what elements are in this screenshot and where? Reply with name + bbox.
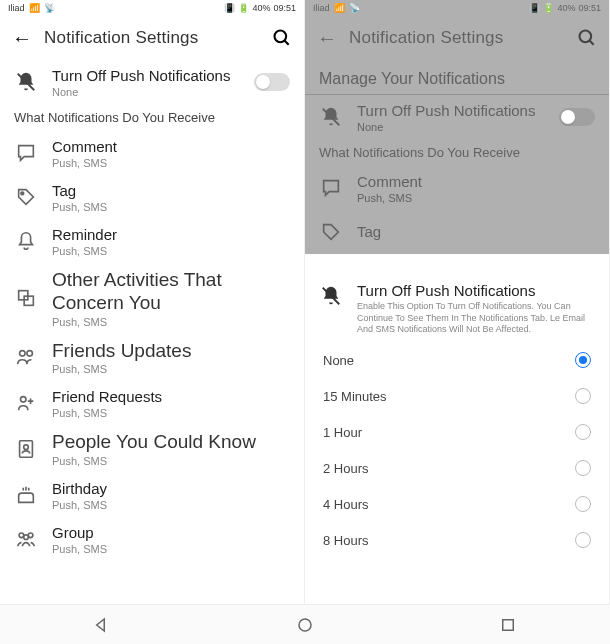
option-15-minutes[interactable]: 15 Minutes [305, 378, 609, 414]
radio [575, 424, 591, 440]
push-toggle-title: Turn Off Push Notifications [357, 102, 545, 120]
push-toggle-switch[interactable] [254, 73, 290, 91]
svg-line-15 [590, 41, 594, 45]
option-2-hours[interactable]: 2 Hours [305, 450, 609, 486]
option-8-hours[interactable]: 8 Hours [305, 522, 609, 558]
notification-list: CommentPush, SMS TagPush, SMS ReminderPu… [0, 131, 304, 561]
screen-left: Iliad 📶 📡 📳 🔋 40% 09:51 ← Notification S… [0, 0, 305, 644]
section-title: What Notifications Do You Receive [0, 104, 304, 131]
back-button[interactable]: ← [12, 27, 32, 50]
signal-icon: 📶 [29, 3, 40, 13]
list-item-comment[interactable]: CommentPush, SMS [0, 131, 304, 175]
nav-home-button[interactable] [296, 616, 314, 634]
push-toggle-sub: None [357, 121, 545, 133]
radio [575, 496, 591, 512]
list-item-friends-updates[interactable]: Friends UpdatesPush, SMS [0, 334, 304, 382]
radio-selected [575, 352, 591, 368]
push-toggle-sub: None [52, 86, 240, 98]
time-label: 09:51 [578, 3, 601, 13]
contacts-icon [14, 437, 38, 461]
svg-point-0 [275, 31, 287, 43]
comment-icon [319, 176, 343, 200]
push-toggle-title: Turn Off Push Notifications [52, 67, 240, 85]
nav-recent-button[interactable] [499, 616, 517, 634]
list-item-friend-requests[interactable]: Friend RequestsPush, SMS [0, 381, 304, 425]
search-icon [272, 28, 292, 48]
manage-title: Manage Your Notifications [305, 60, 609, 95]
header: ← Notification Settings [0, 16, 304, 60]
svg-rect-19 [503, 619, 514, 630]
bell-slash-icon [319, 284, 343, 308]
page-title: Notification Settings [44, 28, 260, 48]
svg-point-10 [24, 445, 29, 450]
svg-point-13 [24, 535, 29, 540]
radio [575, 460, 591, 476]
svg-point-6 [20, 351, 25, 357]
bell-slash-icon [319, 105, 343, 129]
list-item-tag[interactable]: Tag [305, 210, 609, 254]
svg-point-8 [21, 397, 27, 403]
time-label: 09:51 [273, 3, 296, 13]
comment-icon [14, 141, 38, 165]
status-bar: Iliad 📶 📡 📳 🔋 40% 09:51 [305, 0, 609, 16]
list-item-tag[interactable]: TagPush, SMS [0, 175, 304, 219]
birthday-icon [14, 483, 38, 507]
svg-rect-4 [19, 291, 28, 300]
bell-icon [14, 229, 38, 253]
carrier-label: Iliad [313, 3, 330, 13]
bell-slash-icon [14, 70, 38, 94]
svg-point-18 [299, 619, 311, 631]
radio [575, 388, 591, 404]
svg-point-14 [580, 31, 592, 43]
sheet-description: Enable This Option To Turn Off Notificat… [357, 301, 595, 336]
list-item-reminder[interactable]: ReminderPush, SMS [0, 219, 304, 263]
svg-line-1 [285, 41, 289, 45]
activities-icon [14, 286, 38, 310]
svg-point-3 [21, 192, 24, 195]
search-button[interactable] [272, 28, 292, 48]
carrier-label: Iliad [8, 3, 25, 13]
header: ← Notification Settings [305, 16, 609, 60]
search-button[interactable] [577, 28, 597, 48]
battery-label: 40% [252, 3, 270, 13]
radio [575, 532, 591, 548]
battery-icon: 🔋 [543, 3, 554, 13]
wifi-icon: 📡 [44, 3, 55, 13]
battery-label: 40% [557, 3, 575, 13]
list-item-people-know[interactable]: People You Could KnowPush, SMS [0, 425, 304, 473]
vibrate-icon: 📳 [529, 3, 540, 13]
svg-rect-5 [24, 296, 33, 305]
wifi-icon: 📡 [349, 3, 360, 13]
option-1-hour[interactable]: 1 Hour [305, 414, 609, 450]
list-item-birthday[interactable]: BirthdayPush, SMS [0, 473, 304, 517]
tag-icon [319, 220, 343, 244]
status-bar: Iliad 📶 📡 📳 🔋 40% 09:51 [0, 0, 304, 16]
list-item-group[interactable]: GroupPush, SMS [0, 517, 304, 561]
option-4-hours[interactable]: 4 Hours [305, 486, 609, 522]
option-none[interactable]: None [305, 342, 609, 378]
signal-icon: 📶 [334, 3, 345, 13]
friends-icon [14, 345, 38, 369]
push-toggle-row[interactable]: Turn Off Push Notifications None [305, 95, 609, 139]
push-toggle-row[interactable]: Turn Off Push Notifications None [0, 60, 304, 104]
push-toggle-switch[interactable] [559, 108, 595, 126]
svg-point-7 [27, 351, 32, 357]
group-icon [14, 527, 38, 551]
list-item-activities[interactable]: Other Activities That Concern YouPush, S… [0, 263, 304, 334]
android-nav-bar [0, 604, 610, 644]
page-title: Notification Settings [349, 28, 565, 48]
list-item-comment[interactable]: CommentPush, SMS [305, 166, 609, 210]
vibrate-icon: 📳 [224, 3, 235, 13]
battery-icon: 🔋 [238, 3, 249, 13]
section-title: What Notifications Do You Receive [305, 139, 609, 166]
search-icon [577, 28, 597, 48]
bottom-sheet: Turn Off Push Notifications Enable This … [305, 268, 609, 644]
sheet-title: Turn Off Push Notifications [357, 282, 595, 299]
back-button[interactable]: ← [317, 27, 337, 50]
tag-icon [14, 185, 38, 209]
screen-right: Iliad 📶 📡 📳 🔋 40% 09:51 ← Notification S… [305, 0, 610, 644]
nav-back-button[interactable] [93, 616, 111, 634]
friend-request-icon [14, 391, 38, 415]
dimmed-background: Iliad 📶 📡 📳 🔋 40% 09:51 ← Notification S… [305, 0, 609, 254]
